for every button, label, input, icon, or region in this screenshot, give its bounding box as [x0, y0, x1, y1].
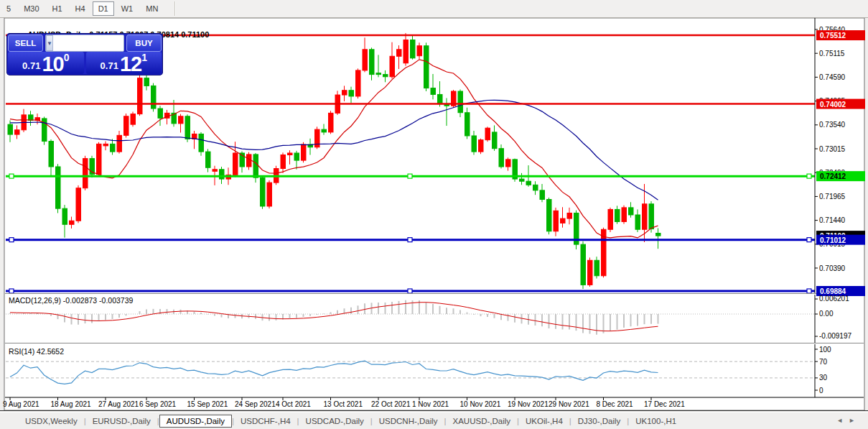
chart-tab-audusd-daily[interactable]: AUDUSD-,Daily [159, 415, 232, 428]
chart-tab-uk100-h1[interactable]: UK100-,H1 [629, 415, 683, 428]
timeframe-button-5[interactable]: 5 [1, 1, 17, 16]
candle-body [431, 88, 436, 95]
rsi-tick-label: 70 [819, 358, 828, 366]
candle-body [302, 144, 307, 160]
timeframe-button-d1[interactable]: D1 [93, 1, 114, 16]
candle-body [458, 91, 463, 113]
buy-price-point: 1 [141, 52, 147, 63]
candle-body [8, 124, 13, 134]
date-label: 15 Sep 2021 [187, 400, 228, 408]
candle-body [117, 135, 122, 152]
sell-price-base: 0.71 [22, 60, 40, 71]
line-handle[interactable] [807, 289, 811, 293]
buy-price-pips: 12 [120, 55, 141, 73]
candle-body [424, 46, 429, 88]
timeframe-button-h4[interactable]: H4 [70, 1, 91, 16]
chart-tab-usdchf-h4[interactable]: USDCHF-,H4 [234, 415, 297, 428]
macd-indicator-label: MACD(12,26,9) -0.002873 -0.003739 [9, 296, 133, 305]
date-label: 13 Oct 2021 [324, 400, 363, 408]
line-handle[interactable] [807, 238, 811, 242]
line-handle[interactable] [408, 238, 412, 242]
sell-price-point: 0 [64, 52, 70, 63]
mt4-workspace: 0.756400.751150.745900.740650.735400.730… [0, 0, 868, 429]
volume-input[interactable] [53, 35, 124, 51]
timeframe-button-h1[interactable]: H1 [47, 1, 68, 16]
badge-text: 0.71012 [820, 236, 846, 244]
price-badge-0.72412: 0.72412 [816, 171, 865, 181]
one-click-trading-panel: SELL ▼ ▲ BUY 0.71 10 0 0.71 12 1 [6, 33, 163, 75]
candle-body [342, 91, 347, 95]
candle-body [179, 116, 184, 124]
chart-tab-ukoil-h4[interactable]: UKOil-,H4 [519, 415, 569, 428]
candle-body [76, 188, 81, 221]
candle-body [213, 170, 218, 172]
price-tick-label: 0.73015 [819, 145, 846, 153]
candle-body [70, 221, 75, 224]
candle-body [485, 128, 490, 139]
candle-body [561, 218, 566, 223]
candle-body [581, 244, 586, 285]
timeframe-toolbar: 5M30H1H4D1W1MN [0, 0, 868, 18]
candle-body [438, 94, 443, 103]
candle-body [472, 136, 477, 152]
sell-price-display[interactable]: 0.71 10 0 [8, 52, 84, 74]
line-handle[interactable] [408, 174, 412, 178]
sell-button[interactable]: SELL [8, 34, 43, 52]
timeframe-button-mn[interactable]: MN [140, 1, 164, 16]
candle-body [356, 70, 361, 96]
candle-body [247, 154, 252, 167]
candle-body [635, 215, 640, 229]
candle-body [103, 144, 108, 146]
timeframe-button-w1[interactable]: W1 [116, 1, 139, 16]
timeframe-button-m30[interactable]: M30 [18, 1, 45, 16]
volume-spinner: ▼ ▲ [45, 34, 124, 52]
candle-body [261, 177, 266, 206]
price-tick-label: 0.74590 [819, 73, 846, 81]
line-handle[interactable] [9, 174, 14, 178]
candle-body [329, 113, 334, 132]
line-handle[interactable] [9, 238, 14, 242]
candle-body [411, 40, 416, 58]
candle-body [608, 209, 613, 229]
candle-body [499, 149, 504, 167]
price-tick-label: 0.71440 [819, 216, 846, 224]
badge-text: 0.72412 [820, 172, 846, 180]
chart-tab-eurusd-daily[interactable]: EURUSD-,Daily [86, 415, 157, 428]
candle-body [253, 154, 258, 177]
price-tick-label: 0.75115 [819, 50, 845, 57]
buy-price-display[interactable]: 0.71 12 1 [86, 52, 162, 74]
candle-body [479, 140, 484, 152]
candle-body [97, 144, 102, 174]
date-label: 18 Aug 2021 [51, 400, 92, 408]
candle-body [363, 50, 368, 70]
candle-body [288, 153, 293, 155]
chart-tab-dj30-daily[interactable]: DJ30-,Daily [571, 415, 627, 428]
line-handle[interactable] [807, 174, 811, 178]
candle-body [370, 50, 375, 75]
chart-tab-usdcad-daily[interactable]: USDCAD-,Daily [299, 415, 370, 428]
date-label: 8 Dec 2021 [597, 400, 634, 408]
candle-body [158, 109, 163, 118]
candle-body [588, 260, 593, 285]
date-label: 4 Oct 2021 [276, 400, 311, 408]
candle-body [131, 114, 136, 125]
date-label: 24 Sep 2021 [235, 400, 276, 408]
candle-body [540, 190, 545, 200]
candle-body [49, 142, 54, 167]
candle-body [322, 129, 327, 132]
candle-body [554, 211, 559, 231]
chart-tab-xauusd-daily[interactable]: XAUUSD-,Daily [447, 415, 518, 428]
candle-body [15, 130, 20, 134]
buy-button[interactable]: BUY [126, 34, 162, 52]
chart-tab-usdx-weekly[interactable]: USDX,Weekly [19, 415, 84, 428]
rsi-tick-label: 100 [819, 346, 831, 354]
price-tick-label: 0.70390 [819, 264, 846, 272]
date-label: 10 Nov 2021 [460, 400, 501, 408]
candle-body [281, 155, 286, 169]
chart-tab-usdcnh-daily[interactable]: USDCNH-,Daily [373, 415, 444, 428]
line-handle[interactable] [408, 289, 412, 293]
line-handle[interactable] [9, 289, 14, 293]
candle-body [199, 134, 204, 152]
volume-decrease-button[interactable]: ▼ [46, 35, 53, 51]
tab-scroll-arrows[interactable]: ◄► [836, 417, 861, 424]
